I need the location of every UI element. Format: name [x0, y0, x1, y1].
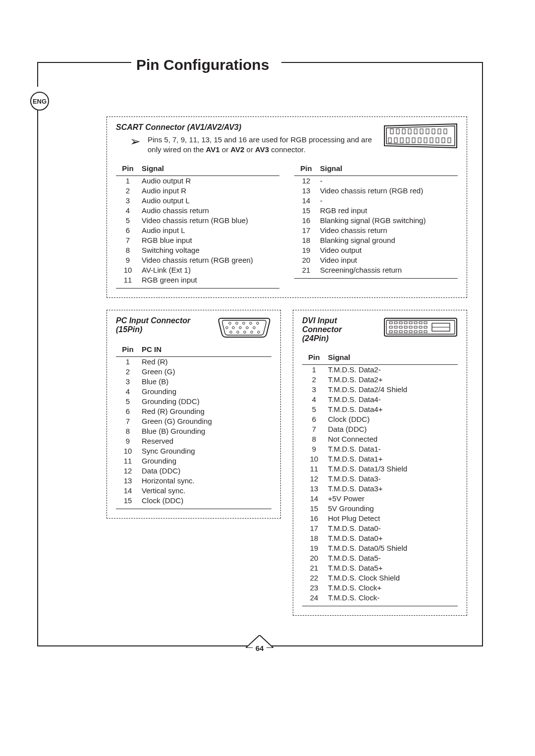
pin-cell: 13 [294, 186, 318, 196]
svg-rect-57 [389, 331, 392, 333]
scart-note-av2: AV2 [230, 145, 244, 154]
svg-rect-62 [414, 331, 417, 333]
signal-cell: T.M.D.S. Clock- [326, 593, 458, 603]
scart-table-left: Pin Signal 1Audio output R2Audio input R… [116, 162, 279, 285]
svg-rect-45 [409, 322, 412, 324]
svg-rect-41 [389, 322, 392, 324]
signal-cell: RGB green input [140, 275, 279, 285]
svg-rect-53 [409, 326, 412, 328]
pin-cell: 1 [116, 175, 140, 186]
svg-point-33 [226, 326, 228, 329]
table-row: 21Screening/chassis return [294, 265, 458, 275]
table-row: 24T.M.D.S. Clock- [302, 593, 458, 603]
col-signal: Signal [326, 351, 458, 365]
svg-rect-54 [414, 326, 417, 328]
scart-title: SCART Connector (AV1/AV2/AV3) [116, 123, 374, 132]
svg-rect-16 [412, 138, 415, 143]
pin-cell: 8 [302, 434, 326, 444]
pin-cell: 1 [302, 364, 326, 375]
pin-cell: 7 [116, 235, 140, 245]
pc-title-l1: PC Input Connector [116, 316, 190, 325]
signal-cell: Grounding [140, 456, 271, 466]
svg-rect-51 [399, 326, 402, 328]
pin-cell: 7 [116, 416, 140, 426]
table-row: 7Green (G) Grounding [116, 416, 271, 426]
signal-cell: T.M.D.S. Data3- [326, 474, 458, 484]
table-row: 2Green (G) [116, 367, 271, 377]
svg-point-34 [230, 331, 232, 333]
svg-rect-46 [414, 322, 417, 324]
svg-rect-8 [426, 129, 429, 134]
table-row: 10T.M.D.S. Data1+ [302, 454, 458, 464]
frame-top-right [268, 62, 483, 63]
pc-title: PC Input Connector (15Pin) [116, 316, 190, 334]
table-row: 1Red (R) [116, 356, 271, 367]
table-row: 21T.M.D.S. Data5+ [302, 563, 458, 573]
pin-cell: 7 [302, 424, 326, 434]
signal-cell: Audio output R [140, 175, 279, 186]
dvi-title: DVI Input Connector (24Pin) [302, 316, 374, 343]
table-row: 15RGB red input [294, 206, 458, 216]
signal-cell: T.M.D.S. Data5+ [326, 563, 458, 573]
svg-rect-9 [432, 129, 435, 134]
scart-note: Pins 5, 7, 9, 11, 13, 15 and 16 are used… [148, 135, 374, 155]
signal-cell: Blue (B) [140, 377, 271, 387]
signal-cell: +5V Power [326, 494, 458, 504]
pin-cell: 17 [294, 226, 318, 235]
table-row: 6Red (R) Grounding [116, 407, 271, 416]
dvi-section: DVI Input Connector (24Pin) [293, 310, 467, 616]
page-number-marker: 64 [246, 635, 273, 656]
table-row: 2Audio input R [116, 186, 279, 196]
pin-cell: 19 [302, 543, 326, 553]
table-row: 10AV-Link (Ext 1) [116, 265, 279, 275]
signal-cell: T.M.D.S. Data0+ [326, 533, 458, 543]
signal-cell: Data (DDC) [326, 424, 458, 434]
table-row: 5T.M.D.S. Data4+ [302, 405, 458, 414]
pin-cell: 8 [116, 245, 140, 255]
page-number: 64 [253, 644, 267, 652]
page-frame: Pin Configurations ENG SCART Connector (… [37, 62, 483, 646]
dvi-table: Pin Signal 1T.M.D.S. Data2-2T.M.D.S. Dat… [302, 351, 458, 603]
pin-cell: 12 [294, 175, 318, 186]
svg-rect-43 [399, 322, 402, 324]
pin-cell: 1 [116, 356, 140, 367]
col-signal: Signal [140, 162, 279, 176]
pin-cell: 12 [116, 466, 140, 476]
table-row: 7Data (DDC) [302, 424, 458, 434]
pin-cell: 16 [294, 216, 318, 226]
svg-point-24 [236, 322, 238, 324]
pin-cell: 9 [116, 255, 140, 265]
svg-rect-61 [409, 331, 412, 333]
table-row: 10Sync Grounding [116, 446, 271, 456]
pin-cell: 14 [302, 494, 326, 504]
table-row: 6Audio input L [116, 226, 279, 235]
svg-rect-55 [419, 326, 422, 328]
table-row: 13Video chassis return (RGB red) [294, 186, 458, 196]
table-row: 2T.M.D.S. Data2+ [302, 375, 458, 385]
signal-cell: - [318, 175, 458, 186]
pin-cell: 2 [116, 186, 140, 196]
signal-cell: Switching voltage [140, 245, 279, 255]
divider [116, 288, 279, 289]
signal-cell: Video input [318, 255, 458, 265]
signal-cell: T.M.D.S. Clock Shield [326, 573, 458, 583]
pin-cell: 4 [116, 206, 140, 216]
pin-cell: 12 [302, 474, 326, 484]
divider [294, 278, 458, 279]
table-row: 8Blue (B) Grounding [116, 426, 271, 436]
table-row: 12T.M.D.S. Data3- [302, 474, 458, 484]
signal-cell: T.M.D.S. Data0/5 Shield [326, 543, 458, 553]
signal-cell: Video chassis return (RGB green) [140, 255, 279, 265]
svg-rect-5 [408, 129, 411, 134]
pc-title-l2: (15Pin) [116, 325, 142, 334]
signal-cell: Video chassis return (RGB red) [318, 186, 458, 196]
signal-cell: T.M.D.S. Data2+ [326, 375, 458, 385]
signal-cell: Grounding [140, 387, 271, 397]
svg-point-28 [232, 326, 235, 329]
signal-cell: Reserved [140, 436, 271, 446]
pin-cell: 20 [302, 553, 326, 563]
frame-left-upper [37, 62, 38, 87]
scart-note-mid2: or [244, 145, 255, 154]
svg-rect-15 [406, 138, 409, 143]
table-row: 5Video chassis return (RGB blue) [116, 216, 279, 226]
